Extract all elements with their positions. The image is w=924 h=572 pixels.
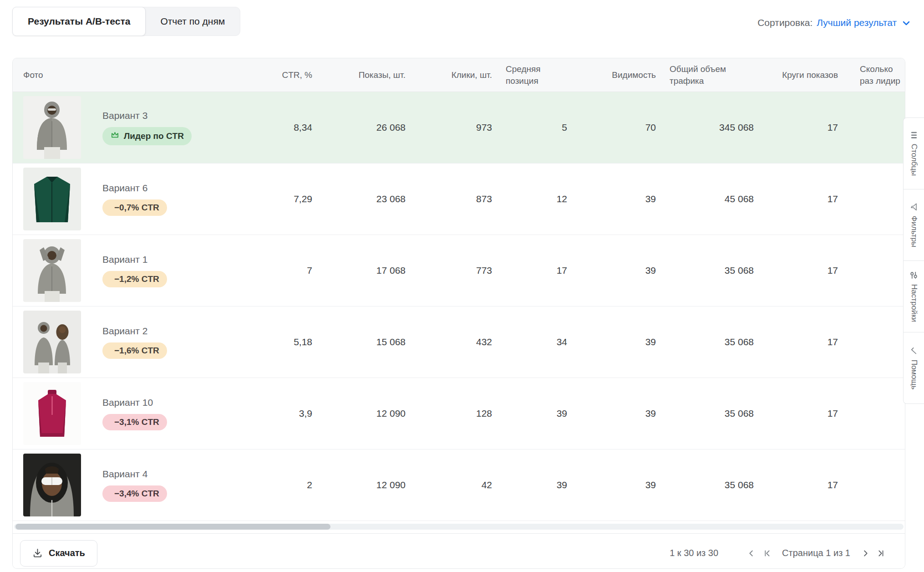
product-photo	[23, 454, 81, 516]
variant-cell: Вариант 6 −0,7% CTR	[81, 183, 268, 216]
rail-tab-label: Столбцы	[909, 144, 919, 176]
cell-ctr: 2	[268, 480, 326, 490]
chevron-right-icon	[860, 548, 870, 558]
scrollbar-thumb[interactable]	[15, 524, 330, 530]
page-indicator-text: Страница 1 из 1	[782, 548, 850, 558]
cell-visibility: 39	[581, 194, 670, 204]
ctr-badge: −3,4% CTR	[102, 485, 167, 502]
cell-ctr: 7,29	[268, 194, 326, 204]
col-header-clicks: Клики, шт.	[419, 69, 506, 81]
ctr-badge: −0,7% CTR	[102, 199, 167, 216]
cell-rounds: 17	[767, 337, 852, 347]
cell-shows: 23 068	[326, 194, 419, 204]
product-photo	[23, 311, 81, 373]
table-row[interactable]: Вариант 2 −1,6% CTR 5,18 15 068 432 34 3…	[13, 306, 905, 378]
cell-traffic: 345 068	[670, 122, 767, 133]
table-row[interactable]: Вариант 1 −1,2% CTR 7 17 068 773 17 39 3…	[13, 235, 905, 306]
last-page-button[interactable]	[873, 546, 888, 561]
variant-name: Вариант 1	[102, 254, 148, 265]
table-row[interactable]: Вариант 10 −3,1% CTR 3,9 12 090 128 39 3…	[13, 378, 905, 449]
ctr-badge: −1,2% CTR	[102, 271, 167, 287]
cell-ctr: 7	[268, 265, 326, 276]
col-header-ctr: CTR, %	[268, 69, 326, 81]
tab-ab-test-results[interactable]: Результаты A/B-теста	[12, 7, 146, 36]
cell-ctr: 5,18	[268, 337, 326, 347]
cell-visibility: 70	[581, 122, 670, 133]
download-label: Скачать	[49, 548, 85, 558]
cell-shows: 12 090	[326, 408, 419, 419]
table-row[interactable]: Вариант 6 −0,7% CTR 7,29 23 068 873 12 3…	[13, 163, 905, 235]
table-footer: Скачать 1 к 30 из 30 Страница 1 из 1	[13, 533, 905, 569]
download-icon	[32, 548, 43, 558]
columns-icon	[910, 131, 918, 139]
sort-label: Сортировка:	[757, 17, 812, 28]
download-button[interactable]: Скачать	[20, 540, 97, 567]
rail-tab-filters[interactable]: Фильтры	[903, 189, 924, 261]
cell-rounds: 17	[767, 122, 852, 133]
col-header-photo: Фото	[13, 69, 268, 81]
variant-name: Вариант 4	[102, 469, 148, 480]
rail-tab-label: Фильтры	[909, 216, 919, 247]
col-header-traffic: Общий объем трафика	[670, 63, 767, 87]
crown-icon	[110, 130, 120, 142]
cell-clicks: 973	[419, 122, 506, 133]
cell-traffic: 35 068	[670, 337, 767, 347]
cell-traffic: 35 068	[670, 265, 767, 276]
cell-rounds: 17	[767, 265, 852, 276]
cell-ctr: 8,34	[268, 122, 326, 133]
product-photo	[23, 96, 81, 159]
ctr-badge: −3,1% CTR	[102, 414, 167, 430]
cell-clicks: 42	[419, 480, 506, 490]
cell-rounds: 17	[767, 194, 852, 204]
ctr-badge: Лидер по CTR	[102, 127, 192, 145]
horizontal-scrollbar	[13, 521, 905, 533]
cell-shows: 26 068	[326, 122, 419, 133]
cell-avg-position: 39	[506, 408, 581, 419]
cell-clicks: 773	[419, 265, 506, 276]
chevron-down-icon	[901, 18, 912, 29]
cell-visibility: 39	[581, 480, 670, 490]
product-photo-cell	[13, 382, 81, 445]
cell-traffic: 35 068	[670, 408, 767, 419]
product-photo-cell	[13, 168, 81, 230]
cell-shows: 17 068	[326, 265, 419, 276]
pagination: 1 к 30 из 30 Страница 1 из 1	[670, 546, 888, 561]
product-photo	[23, 382, 81, 445]
table-body: Вариант 3 Лидер по CTR 8,34 26 068 973 5…	[13, 92, 905, 521]
rail-tab-settings[interactable]: Настройки	[903, 260, 924, 332]
previous-page-button[interactable]	[744, 546, 759, 561]
variant-name: Вариант 3	[102, 110, 148, 121]
rows-range-text: 1 к 30 из 30	[670, 548, 718, 558]
cell-ctr: 3,9	[268, 408, 326, 419]
rail-tab-label: Помощь	[909, 360, 919, 390]
rail-tab-label: Настройки	[909, 284, 919, 322]
rail-tab-columns[interactable]: Столбцы	[903, 117, 924, 189]
cell-avg-position: 12	[506, 194, 581, 204]
sort-control[interactable]: Сортировка: Лучший результат	[757, 16, 912, 29]
col-header-visibility: Видимость	[581, 69, 670, 81]
product-photo-cell	[13, 454, 81, 516]
rail-tab-help[interactable]: Помощь	[903, 332, 924, 404]
variant-cell: Вариант 3 Лидер по CTR	[81, 110, 268, 145]
variant-cell: Вариант 4 −3,4% CTR	[81, 469, 268, 502]
cell-clicks: 128	[419, 408, 506, 419]
variant-cell: Вариант 2 −1,6% CTR	[81, 326, 268, 359]
tune-icon	[909, 271, 918, 280]
variant-name: Вариант 6	[102, 183, 148, 194]
variant-name: Вариант 2	[102, 326, 148, 337]
next-page-button[interactable]	[858, 546, 873, 561]
product-photo	[23, 168, 81, 230]
first-page-button[interactable]	[759, 546, 775, 561]
tab-daily-report[interactable]: Отчет по дням	[145, 7, 240, 36]
cell-clicks: 432	[419, 337, 506, 347]
ctr-badge: −1,6% CTR	[102, 342, 167, 359]
cell-visibility: 39	[581, 265, 670, 276]
col-header-shows: Показы, шт.	[326, 69, 419, 81]
cell-visibility: 39	[581, 408, 670, 419]
results-table: Фото CTR, % Показы, шт. Клики, шт. Средн…	[12, 58, 905, 569]
table-row[interactable]: Вариант 3 Лидер по CTR 8,34 26 068 973 5…	[13, 92, 905, 163]
cell-visibility: 39	[581, 337, 670, 347]
cell-avg-position: 39	[506, 480, 581, 490]
table-row[interactable]: Вариант 4 −3,4% CTR 2 12 090 42 39 39 35…	[13, 449, 905, 521]
check-icon	[909, 347, 918, 355]
